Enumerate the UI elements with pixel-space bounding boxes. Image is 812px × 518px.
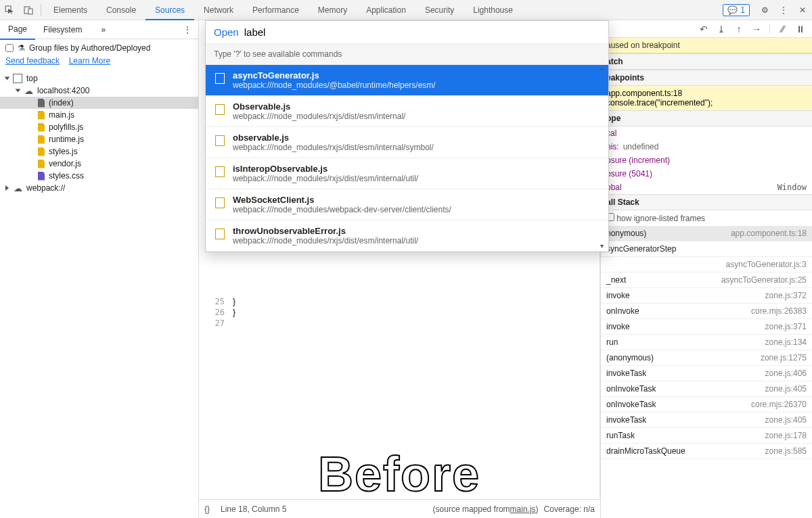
stack-frame[interactable]: nonymous)app.component.ts:18 bbox=[601, 226, 812, 241]
stack-frame[interactable]: onInvokeTaskzone.js:405 bbox=[601, 381, 812, 397]
format-icon[interactable]: {} bbox=[204, 504, 210, 514]
pause-icon[interactable]: ⏸ bbox=[794, 23, 807, 35]
scope-row[interactable]: cal bbox=[601, 126, 812, 140]
navigator-tabs: Page Filesystem » ⋮ bbox=[0, 20, 198, 39]
tree-label: top bbox=[26, 74, 38, 83]
experiment-icon: ⚗ bbox=[18, 43, 25, 53]
editor-statusbar: {} Line 18, Column 5 (source mapped from… bbox=[199, 499, 600, 518]
quick-open-result[interactable]: observable.jswebpack:///node_modules/rxj… bbox=[206, 127, 608, 158]
stack-frame[interactable]: onInvokecore.mjs:26383 bbox=[601, 304, 812, 319]
breakpoint-item[interactable]: app.component.ts:18 console.trace("incre… bbox=[601, 86, 812, 110]
result-path: webpack:///node_modules/rxjs/dist/esm/in… bbox=[233, 236, 600, 245]
tree-row[interactable]: polyfills.js bbox=[0, 121, 198, 133]
tree-row[interactable]: localhost:4200 bbox=[0, 85, 198, 97]
stack-frame[interactable]: onInvokeTaskcore.mjs:26370 bbox=[601, 397, 812, 413]
tab-memory[interactable]: Memory bbox=[309, 0, 357, 20]
stack-frame[interactable]: (anonymous)zone.js:1275 bbox=[601, 350, 812, 366]
js-icon bbox=[38, 160, 45, 168]
scroll-down-icon[interactable]: ▾ bbox=[600, 242, 606, 248]
step-over-icon[interactable]: ⤓ bbox=[715, 23, 727, 35]
step-out-icon[interactable]: → bbox=[750, 23, 763, 35]
tree-row[interactable]: styles.js bbox=[0, 145, 198, 158]
stack-frame[interactable]: drainMicroTaskQueuezone.js:585 bbox=[601, 444, 812, 459]
result-filename: isInteropObservable.js bbox=[233, 164, 600, 174]
tab-application[interactable]: Application bbox=[357, 0, 415, 20]
tab-lighthouse[interactable]: Lighthouse bbox=[464, 0, 522, 20]
css-icon bbox=[38, 172, 45, 181]
stack-frame[interactable]: invokezone.js:372 bbox=[601, 288, 812, 304]
quick-open-result[interactable]: asyncToGenerator.jswebpack:///node_modul… bbox=[206, 65, 608, 96]
device-icon[interactable] bbox=[19, 1, 38, 20]
stack-frame[interactable]: runTaskzone.js:178 bbox=[601, 428, 812, 444]
scope-row[interactable]: his:undefined bbox=[601, 140, 812, 154]
send-feedback-link[interactable]: Send feedback bbox=[5, 56, 60, 66]
learn-more-link[interactable]: Learn More bbox=[69, 56, 110, 66]
stack-frame[interactable]: invokeTaskzone.js:405 bbox=[601, 413, 812, 428]
group-files-option[interactable]: ⚗Group files by Authored/Deployed bbox=[0, 39, 198, 55]
quick-open-result[interactable]: WebSocketClient.jswebpack:///node_module… bbox=[206, 189, 608, 220]
tab-sources[interactable]: Sources bbox=[145, 0, 194, 20]
svg-rect-2 bbox=[28, 9, 32, 14]
ignore-listed-toggle[interactable]: how ignore-listed frames bbox=[601, 210, 812, 226]
disclosure-triangle-icon[interactable] bbox=[5, 185, 9, 191]
stack-frame[interactable]: _nextasyncToGenerator.js:25 bbox=[601, 273, 812, 288]
breakpoints-section[interactable]: eakpoints bbox=[601, 70, 812, 86]
quick-open-result[interactable]: isInteropObservable.jswebpack:///node_mo… bbox=[206, 158, 608, 189]
result-path: webpack:///node_modules/webpack-dev-serv… bbox=[233, 205, 600, 214]
stack-frame[interactable]: syncGeneratorStep bbox=[601, 241, 812, 257]
debugger-toolbar: ↶ ⤓ ↑ → ⁄⁄ ⏸ bbox=[601, 20, 812, 38]
scope-row[interactable]: obalWindow bbox=[601, 181, 812, 194]
tab-elements[interactable]: Elements bbox=[44, 0, 97, 20]
deactivate-breakpoints-icon[interactable]: ⁄⁄ bbox=[777, 23, 789, 35]
tree-label: polyfills.js bbox=[49, 122, 83, 132]
quick-open-result[interactable]: throwUnobservableError.jswebpack:///node… bbox=[206, 220, 608, 252]
group-files-checkbox[interactable] bbox=[5, 44, 14, 52]
scope-row[interactable]: osure (increment) bbox=[601, 154, 812, 167]
call-stack-section[interactable]: all Stack bbox=[601, 194, 812, 210]
result-path: webpack:///node_modules/@babel/runtime/h… bbox=[233, 80, 600, 90]
scroll-up-icon[interactable]: ▴ bbox=[600, 64, 606, 70]
tab-network[interactable]: Network bbox=[194, 0, 243, 20]
scope-row[interactable]: osure (5041) bbox=[601, 167, 812, 181]
inspect-icon[interactable] bbox=[0, 1, 19, 20]
gear-icon[interactable]: ⚙ bbox=[755, 1, 774, 20]
tab-console[interactable]: Console bbox=[97, 0, 145, 20]
result-path: webpack:///node_modules/rxjs/dist/esm/in… bbox=[233, 143, 600, 152]
quick-open-input[interactable] bbox=[244, 26, 600, 38]
tree-row[interactable]: (index) bbox=[0, 97, 198, 109]
disclosure-triangle-icon[interactable] bbox=[5, 77, 10, 80]
stack-frame[interactable]: runzone.js:134 bbox=[601, 335, 812, 350]
quick-open-result[interactable]: Observable.jswebpack:///node_modules/rxj… bbox=[206, 96, 608, 127]
result-filename: WebSocketClient.js bbox=[233, 195, 600, 205]
more-icon[interactable]: ⋮ bbox=[774, 1, 793, 20]
code-area[interactable]: } } bbox=[233, 296, 235, 318]
tree-row[interactable]: top bbox=[0, 72, 198, 85]
watch-section[interactable]: atch bbox=[601, 53, 812, 70]
quick-open-search: Open bbox=[206, 21, 608, 44]
disclosure-triangle-icon[interactable] bbox=[16, 89, 21, 93]
nav-tab-page[interactable]: Page bbox=[0, 20, 35, 40]
tab-security[interactable]: Security bbox=[415, 0, 464, 20]
tab-performance[interactable]: Performance bbox=[243, 0, 309, 20]
tree-row[interactable]: styles.css bbox=[0, 170, 198, 182]
tree-row[interactable]: webpack:// bbox=[0, 182, 198, 194]
nav-tab-more[interactable]: » bbox=[93, 20, 114, 39]
tree-label: vendor.js bbox=[49, 159, 81, 168]
nav-tab-filesystem[interactable]: Filesystem bbox=[35, 20, 90, 39]
stack-frame[interactable]: invokeTaskzone.js:406 bbox=[601, 366, 812, 381]
source-mapped-link[interactable]: main.js bbox=[510, 504, 536, 514]
stack-frame[interactable]: invokezone.js:371 bbox=[601, 319, 812, 335]
tree-row[interactable]: main.js bbox=[0, 109, 198, 121]
step-back-icon[interactable]: ↶ bbox=[698, 23, 710, 35]
close-icon[interactable]: ✕ bbox=[793, 1, 812, 20]
stack-frame[interactable]: asyncToGenerator.js:3 bbox=[601, 257, 812, 273]
devtools-topbar: Elements Console Sources Network Perform… bbox=[0, 0, 812, 20]
tree-row[interactable]: runtime.js bbox=[0, 133, 198, 145]
cloud-icon bbox=[13, 183, 22, 193]
feedback-badge[interactable]: 💬 1 bbox=[723, 4, 750, 16]
tree-label: styles.js bbox=[49, 147, 78, 156]
nav-menu-icon[interactable]: ⋮ bbox=[177, 20, 198, 39]
tree-row[interactable]: vendor.js bbox=[0, 158, 198, 170]
step-into-icon[interactable]: ↑ bbox=[733, 23, 745, 35]
scope-section[interactable]: ope bbox=[601, 110, 812, 126]
